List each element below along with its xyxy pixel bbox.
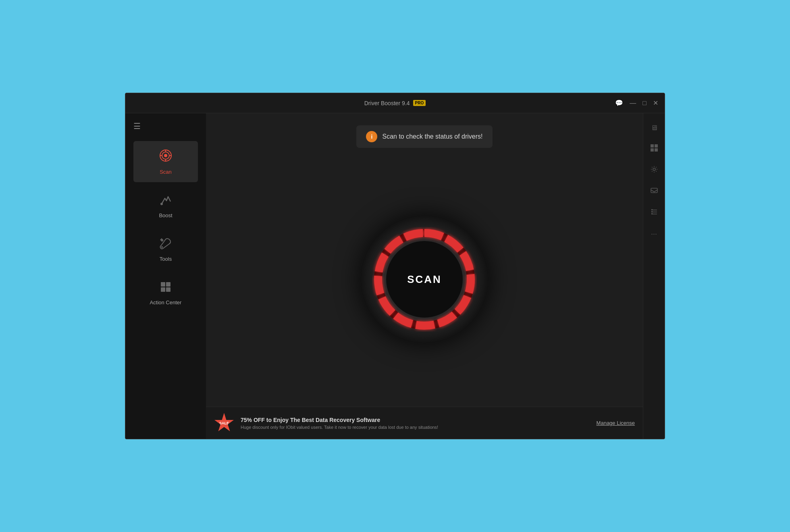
info-bubble: i Scan to check the status of drivers! — [356, 125, 492, 148]
svg-rect-18 — [655, 148, 658, 152]
title-text: Driver Booster 9.4 — [364, 100, 410, 106]
scan-button[interactable]: SCAN — [386, 241, 463, 318]
sale-badge: SALE — [214, 413, 234, 433]
info-icon: i — [366, 131, 377, 142]
svg-rect-24 — [651, 209, 653, 210]
sale-badge-text: SALE — [219, 421, 229, 425]
sidebar-item-action-center[interactable]: Action Center — [133, 273, 198, 313]
action-center-label: Action Center — [150, 299, 182, 305]
right-panel-more-icon[interactable]: ··· — [649, 227, 659, 241]
right-panel-monitor-icon[interactable]: 🖥 — [648, 121, 660, 135]
svg-point-8 — [161, 246, 163, 248]
scan-button-label: SCAN — [407, 273, 442, 286]
right-panel: 🖥 — [643, 113, 665, 439]
scan-outer-glow: SCAN — [360, 215, 489, 344]
chat-button[interactable]: 💬 — [615, 100, 623, 106]
maximize-button[interactable]: □ — [642, 100, 647, 106]
promo-text-area: 75% OFF to Enjoy The Best Data Recovery … — [241, 417, 590, 430]
right-panel-settings-icon[interactable] — [648, 163, 660, 177]
right-panel-windows-icon[interactable] — [648, 142, 660, 156]
info-text: Scan to check the status of drivers! — [382, 133, 482, 140]
scan-area: SCAN — [206, 152, 643, 407]
sidebar: ☰ Scan — [125, 113, 206, 439]
scan-icon — [158, 148, 173, 166]
promo-description: Huge discount only for IObit valued user… — [241, 425, 590, 430]
window-title: Driver Booster 9.4 PRO — [364, 100, 426, 106]
action-center-icon — [159, 281, 172, 296]
svg-rect-11 — [161, 287, 165, 292]
pro-badge: PRO — [413, 100, 426, 106]
close-button[interactable]: ✕ — [653, 100, 658, 106]
right-panel-message-icon[interactable] — [648, 185, 660, 199]
scan-ring: SCAN — [372, 227, 477, 332]
svg-rect-9 — [161, 282, 165, 287]
svg-rect-25 — [651, 211, 653, 212]
svg-point-7 — [160, 203, 163, 205]
title-bar: Driver Booster 9.4 PRO 💬 — □ ✕ — [125, 93, 665, 113]
sidebar-item-boost[interactable]: Boost — [133, 186, 198, 226]
window-controls: 💬 — □ ✕ — [615, 100, 658, 106]
sidebar-item-tools[interactable]: Tools — [133, 230, 198, 269]
sidebar-item-scan[interactable]: Scan — [133, 141, 198, 182]
promo-title: 75% OFF to Enjoy The Best Data Recovery … — [241, 417, 590, 423]
scan-label: Scan — [160, 169, 172, 175]
boost-label: Boost — [159, 212, 172, 218]
info-bar: i Scan to check the status of drivers! — [206, 113, 643, 152]
svg-rect-17 — [651, 148, 654, 152]
content-area: i Scan to check the status of drivers! — [206, 113, 643, 439]
promo-bar: SALE 75% OFF to Enjoy The Best Data Reco… — [206, 407, 643, 439]
main-area: ☰ Scan — [125, 113, 665, 439]
svg-rect-10 — [166, 282, 170, 287]
tools-label: Tools — [160, 256, 172, 262]
app-window: Driver Booster 9.4 PRO 💬 — □ ✕ ☰ — [125, 93, 665, 439]
svg-rect-12 — [166, 287, 170, 292]
svg-point-2 — [164, 154, 167, 157]
svg-rect-16 — [655, 144, 658, 148]
right-panel-list-icon[interactable] — [648, 206, 660, 220]
minimize-button[interactable]: — — [630, 100, 636, 106]
manage-license-button[interactable]: Manage License — [597, 420, 635, 426]
svg-rect-15 — [651, 144, 654, 148]
svg-rect-26 — [651, 213, 653, 214]
tools-icon — [159, 237, 172, 253]
boost-icon — [159, 193, 172, 209]
svg-point-19 — [653, 168, 655, 170]
menu-toggle[interactable]: ☰ — [129, 117, 145, 135]
